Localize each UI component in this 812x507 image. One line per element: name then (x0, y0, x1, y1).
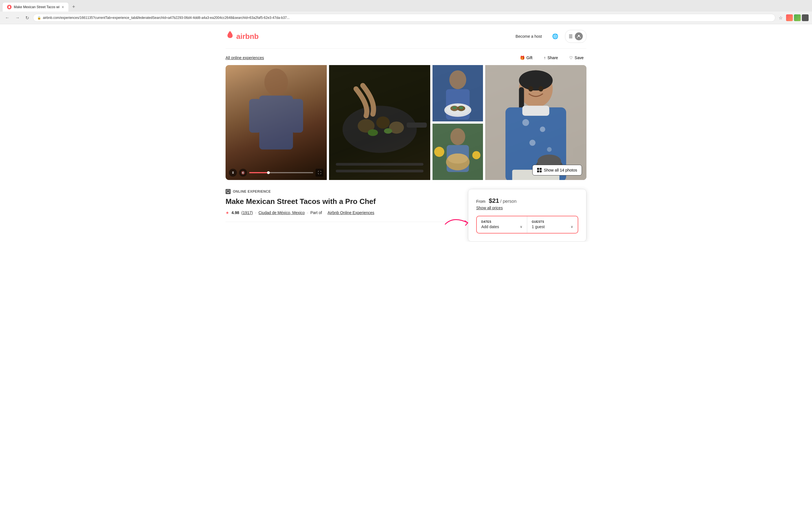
progress-dot (267, 171, 270, 174)
svg-point-17 (449, 70, 466, 89)
svg-point-23 (452, 107, 456, 109)
profile-dot-1 (786, 14, 793, 21)
profile-pictures (786, 14, 809, 21)
svg-point-26 (450, 128, 465, 145)
breadcrumb-link[interactable]: All online experiences (225, 55, 264, 60)
part-of-text: Part of (310, 210, 322, 215)
hamburger-icon: ☰ (569, 34, 573, 39)
tab-close-button[interactable]: × (62, 5, 64, 9)
tab-bar: Make Mexican Street Tacos wi × + (0, 0, 812, 11)
svg-point-24 (459, 107, 463, 109)
guests-chevron-icon: ∨ (571, 225, 573, 229)
show-all-prices-link[interactable]: Show all prices (476, 206, 578, 210)
svg-point-29 (448, 154, 468, 164)
svg-rect-48 (227, 190, 230, 192)
share-icon: ↑ (544, 55, 546, 60)
svg-point-31 (472, 151, 480, 159)
svg-rect-5 (291, 99, 303, 133)
save-button[interactable]: ♡ Save (566, 54, 587, 62)
booking-form-container: DATES Add dates ∨ GUESTS 1 guest ∨ (476, 216, 578, 233)
airbnb-experiences-link[interactable]: Airbnb Online Experiences (327, 210, 374, 215)
new-tab-button[interactable]: + (70, 3, 78, 11)
share-button[interactable]: ↑ Share (541, 54, 561, 62)
volume-button[interactable]: 🔇 (239, 169, 247, 177)
photo-grid: ⏸ 🔇 ⛶ (225, 65, 587, 180)
svg-rect-49 (227, 192, 229, 193)
svg-point-45 (529, 140, 536, 146)
svg-point-12 (368, 129, 378, 136)
price-amount: $21 (489, 197, 499, 205)
breadcrumb-bar: All online experiences 🎁 Gift ↑ Share ♡ … (225, 49, 587, 65)
gift-icon: 🎁 (520, 55, 525, 60)
gift-button[interactable]: 🎁 Gift (517, 54, 536, 62)
browser-chrome: Make Mexican Street Tacos wi × + ← → ↻ 🔒… (0, 0, 812, 24)
guests-field[interactable]: GUESTS 1 guest ∨ (527, 216, 578, 233)
review-count-link[interactable]: (1917) (241, 210, 253, 215)
bookmark-button[interactable]: ☆ (777, 14, 784, 22)
svg-rect-14 (336, 163, 423, 166)
url-bar[interactable]: 🔒 airbnb.com/experiences/1661135?current… (33, 14, 775, 22)
address-bar: ← → ↻ 🔒 airbnb.com/experiences/1661135?c… (0, 11, 812, 24)
booking-card: From $21 / person Show all prices DATES (468, 189, 587, 242)
svg-rect-15 (336, 170, 423, 172)
experience-title: Make Mexican Street Tacos with a Pro Che… (225, 197, 446, 207)
svg-rect-4 (249, 99, 261, 133)
tab-title: Make Mexican Street Tacos wi (14, 5, 59, 9)
pause-button[interactable]: ⏸ (229, 169, 237, 177)
svg-rect-38 (522, 106, 550, 116)
svg-point-41 (528, 86, 533, 92)
photo-bowls[interactable] (433, 124, 483, 180)
location-link[interactable]: Ciudad de México, Mexico (259, 210, 305, 215)
svg-point-2 (264, 69, 288, 96)
language-selector[interactable]: 🌐 (550, 31, 560, 42)
svg-point-44 (540, 126, 545, 132)
active-tab[interactable]: Make Mexican Street Tacos wi × (2, 2, 69, 11)
star-icon: ★ (225, 210, 229, 215)
show-all-photos-button[interactable]: Show all 14 photos (532, 165, 582, 175)
fullscreen-button[interactable]: ⛶ (315, 169, 323, 177)
grid-icon (537, 168, 542, 172)
user-menu[interactable]: ☰ (565, 30, 587, 43)
photo-chef-portrait[interactable] (485, 65, 587, 180)
experience-badge: ONLINE EXPERIENCE (225, 189, 446, 194)
rating-score: 4.98 (232, 210, 239, 215)
back-button[interactable]: ← (3, 14, 11, 21)
url-text: airbnb.com/experiences/1661135?currentTa… (43, 16, 771, 20)
svg-rect-8 (407, 122, 427, 128)
progress-fill (249, 172, 268, 173)
dates-chevron-icon: ∨ (520, 225, 522, 229)
become-host-link[interactable]: Become a host (512, 32, 545, 41)
forward-button[interactable]: → (13, 14, 21, 21)
video-progress-bar[interactable] (249, 172, 313, 173)
gift-label: Gift (526, 55, 532, 60)
booking-fields-row: DATES Add dates ∨ GUESTS 1 guest ∨ (477, 216, 578, 233)
dates-field[interactable]: DATES Add dates ∨ (477, 216, 527, 233)
guests-value-row: 1 guest ∨ (532, 224, 573, 229)
badge-text: ONLINE EXPERIENCE (233, 189, 271, 193)
svg-point-46 (547, 147, 552, 152)
separator-2: · (307, 210, 308, 215)
rating-row: ★ 4.98 (1917) · Ciudad de México, Mexico… (225, 210, 446, 215)
page-content: airbnb Become a host 🌐 ☰ All online expe… (203, 24, 609, 242)
annotation-arrow (442, 213, 476, 235)
heart-icon: ♡ (569, 55, 573, 60)
logo[interactable]: airbnb (225, 31, 259, 42)
dates-value: Add dates (481, 224, 499, 229)
photo-tacos-holding[interactable] (433, 65, 483, 121)
main-content: ONLINE EXPERIENCE Make Mexican Street Ta… (225, 189, 446, 242)
from-label: From (476, 199, 486, 204)
svg-point-43 (522, 119, 529, 126)
guests-label: GUESTS (532, 220, 573, 223)
svg-rect-3 (259, 96, 293, 149)
refresh-button[interactable]: ↻ (24, 14, 31, 22)
price-row: From $21 / person (476, 197, 578, 205)
lock-icon: 🔒 (37, 16, 41, 20)
svg-point-42 (539, 86, 543, 92)
action-buttons: 🎁 Gift ↑ Share ♡ Save (517, 54, 587, 62)
photo-main-video[interactable]: ⏸ 🔇 ⛶ (225, 65, 327, 180)
photo-pan-cooking[interactable] (329, 65, 430, 180)
site-header: airbnb Become a host 🌐 ☰ (225, 24, 587, 49)
dates-label: DATES (481, 220, 522, 223)
profile-dot-3 (802, 14, 809, 21)
share-label: Share (548, 55, 558, 60)
